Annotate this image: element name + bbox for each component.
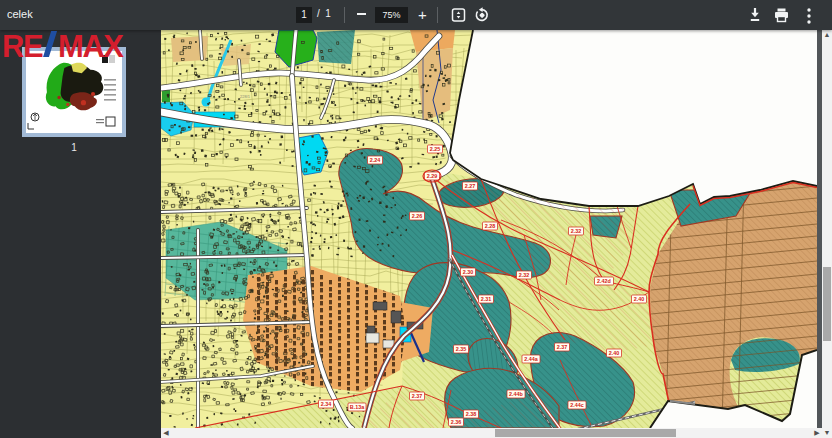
svg-text:2.35: 2.35 — [456, 346, 467, 352]
svg-text:2.24: 2.24 — [370, 157, 381, 163]
svg-text:2.44b: 2.44b — [509, 391, 523, 397]
svg-text:2.38: 2.38 — [466, 411, 477, 417]
svg-text:2.32: 2.32 — [519, 272, 530, 278]
svg-text:2.27: 2.27 — [465, 183, 476, 189]
svg-text:2.44c: 2.44c — [570, 402, 584, 408]
svg-text:2.26: 2.26 — [412, 213, 423, 219]
svg-text:2.25: 2.25 — [430, 146, 441, 152]
svg-text:2.30: 2.30 — [463, 269, 474, 275]
svg-text:2.37: 2.37 — [412, 393, 423, 399]
svg-text:2.34: 2.34 — [321, 401, 332, 407]
svg-text:2.37: 2.37 — [557, 344, 568, 350]
svg-text:2.29: 2.29 — [427, 173, 438, 179]
svg-text:2.32: 2.32 — [571, 228, 582, 234]
svg-text:2.42d: 2.42d — [597, 278, 611, 284]
svg-text:2.40: 2.40 — [609, 350, 620, 356]
svg-text:2.44a: 2.44a — [524, 356, 538, 362]
svg-text:2.31: 2.31 — [481, 296, 492, 302]
svg-text:2.40: 2.40 — [634, 296, 645, 302]
svg-text:2.36: 2.36 — [451, 419, 462, 425]
svg-text:228/1: 228/1 — [240, 94, 251, 99]
svg-text:2.28: 2.28 — [485, 223, 496, 229]
svg-text:B.13a: B.13a — [350, 404, 365, 410]
